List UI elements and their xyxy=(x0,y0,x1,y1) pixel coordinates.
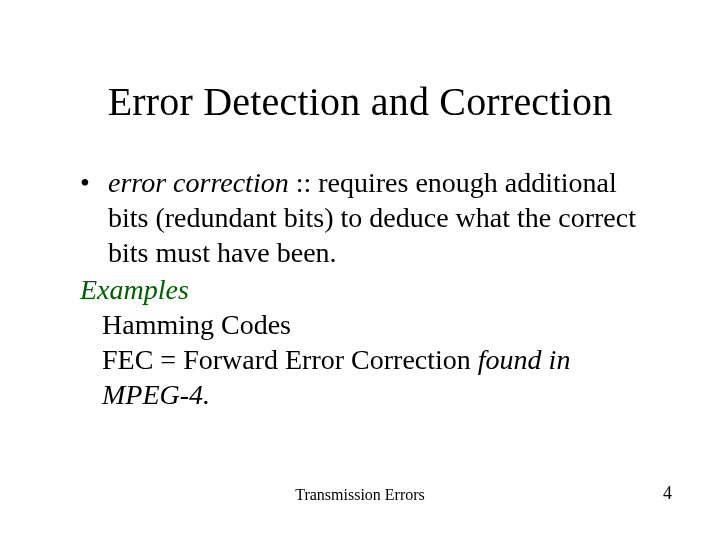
examples-label: Examples xyxy=(80,272,660,307)
slide-title: Error Detection and Correction xyxy=(0,78,720,125)
example-line-1: Hamming Codes xyxy=(102,307,660,342)
example-2-prefix: FEC = Forward Error Correction xyxy=(102,344,478,375)
slide: Error Detection and Correction • error c… xyxy=(0,0,720,540)
bullet-text: error correction :: requires enough addi… xyxy=(108,165,660,270)
example-line-2: FEC = Forward Error Correction found in … xyxy=(102,342,660,412)
page-number: 4 xyxy=(663,483,672,504)
bullet-glyph: • xyxy=(80,165,108,270)
bullet-term: error correction xyxy=(108,167,289,198)
footer-title: Transmission Errors xyxy=(0,486,720,504)
bullet-sep: :: xyxy=(289,167,319,198)
bullet-item: • error correction :: requires enough ad… xyxy=(80,165,660,270)
slide-body: • error correction :: requires enough ad… xyxy=(80,165,660,412)
